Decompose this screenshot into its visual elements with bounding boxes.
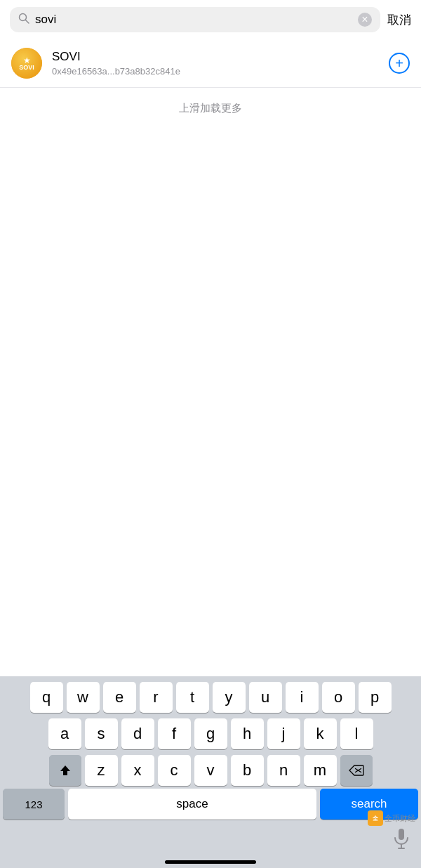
key-l[interactable]: l [340, 718, 373, 749]
key-j[interactable]: j [267, 718, 300, 749]
brand-icon: 全 [368, 810, 383, 826]
token-name: SOVI [52, 50, 379, 64]
token-star: ★ [23, 56, 31, 65]
svg-rect-4 [399, 829, 404, 840]
add-token-button[interactable]: + [389, 53, 410, 74]
mic-row [0, 825, 421, 857]
key-g[interactable]: g [194, 718, 227, 749]
search-input-wrapper [10, 7, 380, 32]
search-bar-area: 取消 [0, 0, 421, 39]
key-row-1: q w e r t y u i o p [3, 682, 418, 713]
key-123[interactable]: 123 [3, 789, 65, 820]
key-row-2: a s d f g h j k l [3, 718, 418, 749]
key-q[interactable]: q [30, 682, 63, 713]
space-key[interactable]: space [68, 789, 316, 820]
key-a[interactable]: a [48, 718, 81, 749]
key-e[interactable]: e [103, 682, 136, 713]
keyboard-bottom-row: 123 space search [0, 789, 421, 825]
token-address: 0x49e16563a...b73a8b32c841e [52, 66, 379, 77]
key-i[interactable]: i [286, 682, 319, 713]
token-icon-label: SOVI [19, 65, 34, 71]
svg-line-1 [26, 20, 29, 24]
key-v[interactable]: v [194, 755, 227, 786]
key-t[interactable]: t [176, 682, 209, 713]
result-item[interactable]: ★ SOVI SOVI 0x49e16563a...b73a8b32c841e … [0, 39, 421, 88]
key-p[interactable]: p [359, 682, 392, 713]
key-w[interactable]: w [67, 682, 100, 713]
home-indicator [0, 857, 421, 868]
delete-key[interactable] [340, 755, 373, 786]
key-r[interactable]: r [140, 682, 173, 713]
key-h[interactable]: h [231, 718, 264, 749]
cancel-button[interactable]: 取消 [387, 12, 411, 28]
search-icon [18, 13, 29, 27]
brand-text: 全币财经 [385, 813, 415, 824]
key-y[interactable]: y [213, 682, 246, 713]
key-f[interactable]: f [158, 718, 191, 749]
keyboard-rows: q w e r t y u i o p a s d f g h j k l [0, 676, 421, 789]
key-o[interactable]: o [322, 682, 355, 713]
token-icon: ★ SOVI [11, 48, 42, 79]
load-more-hint: 上滑加载更多 [0, 88, 421, 129]
key-m[interactable]: m [304, 755, 337, 786]
key-n[interactable]: n [267, 755, 300, 786]
key-u[interactable]: u [249, 682, 282, 713]
key-row-3: z x c v b n m [3, 755, 418, 786]
result-list: ★ SOVI SOVI 0x49e16563a...b73a8b32c841e … [0, 39, 421, 88]
watermark: 全 全币财经 [368, 810, 415, 826]
token-info: SOVI 0x49e16563a...b73a8b32c841e [52, 50, 379, 77]
key-k[interactable]: k [304, 718, 337, 749]
home-bar [165, 860, 256, 864]
key-s[interactable]: s [85, 718, 118, 749]
keyboard: q w e r t y u i o p a s d f g h j k l [0, 676, 421, 868]
search-input[interactable] [35, 13, 352, 27]
key-c[interactable]: c [158, 755, 191, 786]
clear-button[interactable] [358, 13, 372, 27]
mic-icon[interactable] [393, 828, 410, 852]
key-b[interactable]: b [231, 755, 264, 786]
key-x[interactable]: x [121, 755, 154, 786]
key-d[interactable]: d [121, 718, 154, 749]
key-z[interactable]: z [85, 755, 118, 786]
shift-key[interactable] [49, 755, 81, 786]
